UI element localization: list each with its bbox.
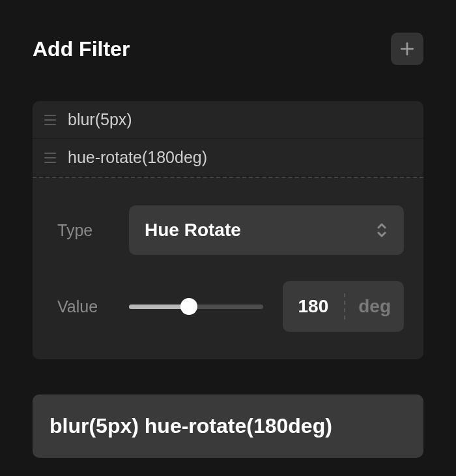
drag-handle-icon[interactable] xyxy=(44,153,56,163)
value-label: Value xyxy=(57,297,109,316)
slider-thumb[interactable] xyxy=(180,298,197,315)
output-text: blur(5px) hue-rotate(180deg) xyxy=(50,414,406,438)
value-number-input[interactable]: 180 xyxy=(283,296,345,317)
chevron-up-down-icon xyxy=(375,221,388,239)
type-label: Type xyxy=(57,221,109,240)
filter-item[interactable]: hue-rotate(180deg) xyxy=(33,139,423,177)
plus-icon xyxy=(399,40,416,57)
filter-item[interactable]: blur(5px) xyxy=(33,101,423,139)
output-preview: blur(5px) hue-rotate(180deg) xyxy=(33,394,423,458)
value-unit: deg xyxy=(345,296,404,317)
filter-item-label: hue-rotate(180deg) xyxy=(68,148,207,167)
select-value: Hue Rotate xyxy=(145,220,241,241)
filter-editor: Type Hue Rotate Value 180 xyxy=(33,177,423,359)
panel-title: Add Filter xyxy=(33,37,130,61)
filter-item-label: blur(5px) xyxy=(68,110,132,129)
add-filter-button[interactable] xyxy=(391,33,423,65)
filter-panel: blur(5px) hue-rotate(180deg) Type Hue Ro… xyxy=(33,101,423,359)
value-input-group: 180 deg xyxy=(283,281,405,332)
drag-handle-icon[interactable] xyxy=(44,115,56,125)
value-slider[interactable] xyxy=(129,297,263,316)
filter-type-select[interactable]: Hue Rotate xyxy=(129,205,404,255)
